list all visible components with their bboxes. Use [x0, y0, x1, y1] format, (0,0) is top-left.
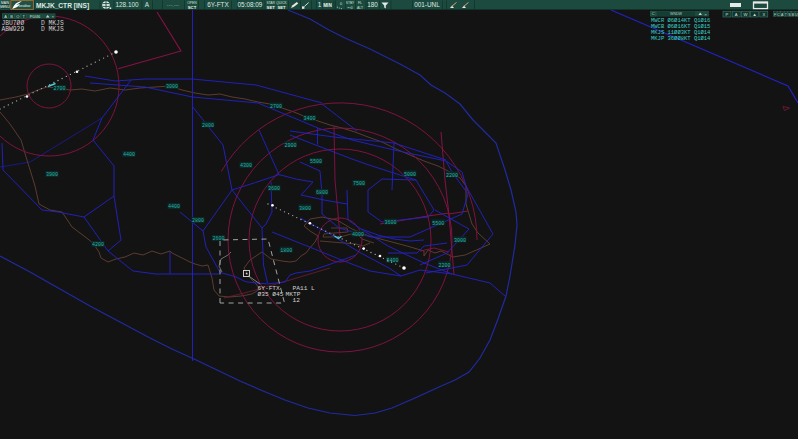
svg-text:F: F: [774, 13, 776, 17]
svg-text:6Y-FTX: 6Y-FTX: [207, 1, 229, 8]
svg-text:T: T: [785, 13, 787, 17]
svg-text:SET: SET: [267, 5, 276, 10]
svg-text:05:08:09: 05:08:09: [238, 1, 263, 8]
svg-text:3600: 3600: [384, 220, 396, 226]
svg-text:STBY: STBY: [346, 1, 355, 5]
svg-text:A: A: [4, 14, 7, 19]
svg-text:ABW929: ABW929: [2, 26, 25, 33]
svg-text:▲: ▲: [753, 12, 757, 17]
svg-text:3600: 3600: [268, 186, 280, 192]
svg-text:W: W: [743, 12, 747, 17]
svg-text:2900: 2900: [285, 143, 297, 149]
svg-text:SET: SET: [277, 5, 286, 10]
svg-text:P0/46: P0/46: [30, 14, 41, 19]
svg-text:2200: 2200: [438, 263, 450, 269]
svg-text:B: B: [10, 14, 13, 19]
svg-text:3400: 3400: [303, 116, 315, 122]
svg-text:6800: 6800: [316, 190, 328, 196]
svg-text:MENU: MENU: [0, 5, 10, 9]
svg-text:4400: 4400: [168, 204, 180, 210]
svg-text:2200: 2200: [446, 173, 458, 179]
svg-text:---.---: ---.---: [167, 2, 179, 8]
svg-text:FL: FL: [358, 1, 362, 5]
svg-text:4300: 4300: [240, 163, 252, 169]
svg-text:5500: 5500: [432, 221, 444, 227]
svg-text:MIN: MIN: [323, 3, 332, 8]
svg-text:D MKJS: D MKJS: [41, 26, 64, 33]
svg-text:2800: 2800: [192, 218, 204, 224]
svg-text:1: 1: [318, 1, 322, 8]
svg-text:5000: 5000: [404, 172, 416, 178]
svg-text:×: ×: [52, 14, 55, 19]
svg-text:•□0: •□0: [348, 6, 353, 10]
svg-text:P: P: [726, 12, 729, 17]
svg-text:3000: 3000: [454, 238, 466, 244]
svg-text:0: 0: [340, 2, 342, 6]
svg-text:12: 12: [293, 297, 301, 304]
svg-text:4000: 4000: [352, 232, 364, 238]
svg-text:MKJP 36ØØ8KT Q1Ø14: MKJP 36ØØ8KT Q1Ø14: [651, 35, 711, 42]
svg-text:SCT: SCT: [188, 5, 197, 10]
svg-text:2600: 2600: [212, 236, 224, 242]
svg-text:128.100: 128.100: [115, 1, 139, 8]
svg-text:1800: 1800: [280, 248, 292, 254]
svg-text:3400: 3400: [386, 258, 398, 264]
svg-text:MKJK_CTR [INS]: MKJK_CTR [INS]: [36, 2, 89, 10]
svg-text:4200: 4200: [92, 242, 104, 248]
svg-text:Ø35 Ø45: Ø35 Ø45: [258, 291, 284, 298]
svg-text:2700: 2700: [53, 86, 65, 92]
svg-text:A: A: [145, 1, 150, 8]
svg-text:X: X: [762, 12, 765, 17]
svg-text:weatbox: weatbox: [19, 4, 31, 8]
svg-text:001-UNL: 001-UNL: [414, 1, 440, 8]
svg-text:ALT: ALT: [357, 6, 363, 10]
svg-text:180: 180: [367, 1, 378, 8]
svg-text:2700: 2700: [270, 104, 282, 110]
svg-text:4400: 4400: [123, 152, 135, 158]
svg-text:A: A: [735, 12, 738, 17]
svg-text:O: O: [16, 14, 19, 19]
svg-text:3800: 3800: [299, 206, 311, 212]
svg-text:3900: 3900: [46, 172, 58, 178]
svg-text:5500: 5500: [310, 159, 322, 165]
svg-text:2800: 2800: [202, 123, 214, 129]
svg-text:7500: 7500: [353, 181, 365, 187]
svg-text:3000: 3000: [166, 84, 178, 90]
